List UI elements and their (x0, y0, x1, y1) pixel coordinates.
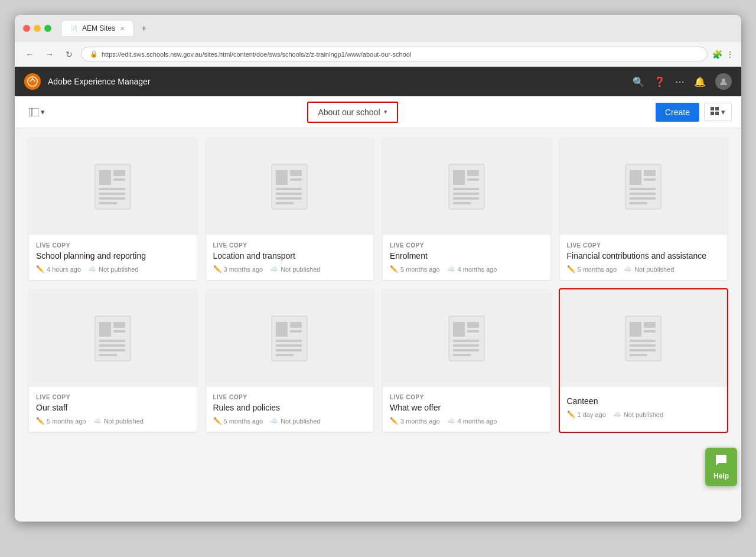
card-thumbnail (206, 289, 374, 387)
cloud-icon: ☁️ (270, 265, 278, 273)
card-badge: LIVE COPY (36, 242, 190, 249)
modified-meta: ✏️ 5 months ago (567, 265, 617, 273)
card-info: Canteen ✏️ 1 day ago ☁️ Not published (560, 387, 728, 425)
header-icons: 🔍 ❓ ⋯ 🔔 (633, 73, 732, 90)
status-badge: Not published (104, 418, 144, 425)
help-icon[interactable]: ❓ (654, 76, 666, 87)
fullscreen-button[interactable] (44, 25, 51, 32)
extensions-button[interactable]: 🧩 (712, 50, 722, 59)
status-badge: Not published (624, 411, 663, 418)
page-icon (623, 315, 664, 362)
svg-rect-39 (630, 202, 647, 204)
card-thumbnail (560, 138, 728, 235)
search-icon[interactable]: 🔍 (633, 76, 644, 87)
card-meta: ✏️ 5 months ago ☁️ Not published (36, 417, 190, 425)
status-badge: Not published (99, 266, 138, 273)
svg-rect-53 (276, 344, 302, 347)
svg-rect-35 (644, 178, 656, 181)
close-button[interactable] (23, 25, 30, 32)
svg-rect-34 (644, 170, 656, 176)
card-our-staff[interactable]: LIVE COPY Our staff ✏️ 5 months ago ☁️ N… (29, 289, 197, 432)
cloud-icon: ☁️ (613, 411, 621, 418)
back-button[interactable]: ← (22, 47, 37, 61)
svg-rect-43 (113, 330, 125, 333)
forward-button[interactable]: → (42, 47, 57, 61)
svg-rect-10 (113, 170, 125, 176)
toolbar-right: Create ▾ (656, 103, 732, 122)
browser-actions: 🧩 ⋮ (712, 50, 734, 59)
aem-logo (24, 73, 41, 90)
card-canteen[interactable]: Canteen ✏️ 1 day ago ☁️ Not published (560, 289, 728, 432)
card-rules-policies[interactable]: LIVE COPY Rules and policies ✏️ 5 months… (206, 289, 374, 432)
status-meta: ☁️ Not published (270, 417, 320, 425)
card-school-planning[interactable]: LIVE COPY School planning and reporting … (29, 138, 197, 280)
svg-rect-45 (99, 344, 125, 347)
panel-toggle-button[interactable]: ▾ (24, 104, 50, 120)
svg-rect-6 (711, 112, 714, 115)
svg-rect-46 (99, 349, 125, 351)
cloud-icon: ☁️ (447, 417, 455, 425)
modified-time: 3 months ago (224, 266, 263, 273)
svg-rect-58 (467, 322, 479, 328)
tab-title: AEM Sites (82, 24, 115, 32)
help-label: Help (713, 472, 729, 480)
modified-time: 5 months ago (224, 418, 263, 425)
create-button[interactable]: Create (656, 103, 699, 122)
breadcrumb-label: About our school (318, 108, 380, 117)
card-enrolment[interactable]: LIVE COPY Enrolment ✏️ 5 months ago ☁️ 4… (383, 138, 550, 280)
minimize-button[interactable] (34, 25, 41, 32)
card-info: LIVE COPY Enrolment ✏️ 5 months ago ☁️ 4… (383, 235, 550, 280)
card-financial-contributions[interactable]: LIVE COPY Financial contributions and as… (560, 138, 728, 280)
aem-content: LIVE COPY School planning and reporting … (15, 128, 741, 522)
svg-rect-71 (630, 354, 647, 356)
card-title: Our staff (36, 403, 190, 412)
browser-navbar: ← → ↻ 🔒 https://edit.sws.schools.nsw.gov… (15, 42, 741, 67)
card-meta: ✏️ 3 months ago ☁️ 4 months ago (390, 417, 543, 425)
apps-icon[interactable]: ⋯ (675, 76, 685, 87)
card-info: LIVE COPY Rules and policies ✏️ 5 months… (206, 387, 374, 432)
address-bar[interactable]: 🔒 https://edit.sws.schools.nsw.gov.au/si… (81, 47, 708, 61)
svg-rect-63 (453, 354, 471, 356)
svg-rect-37 (630, 193, 656, 195)
browser-tab[interactable]: 📄 AEM Sites ✕ (62, 21, 133, 36)
cloud-icon: ☁️ (93, 417, 102, 425)
cards-grid: LIVE COPY School planning and reporting … (29, 138, 727, 432)
card-info: LIVE COPY School planning and reporting … (29, 235, 197, 280)
svg-rect-31 (453, 202, 471, 204)
pencil-icon: ✏️ (36, 417, 44, 425)
page-icon (92, 163, 133, 210)
user-avatar[interactable] (715, 73, 732, 90)
aem-toolbar: ▾ About our school ▾ Create (15, 96, 741, 128)
svg-rect-19 (290, 178, 302, 181)
card-meta: ✏️ 4 hours ago ☁️ Not published (36, 265, 190, 273)
modified-time: 5 months ago (47, 418, 86, 425)
status-badge: 4 months ago (458, 418, 497, 425)
menu-button[interactable]: ⋮ (726, 50, 734, 59)
view-toggle-button[interactable]: ▾ (704, 103, 732, 121)
status-badge: 4 months ago (458, 266, 497, 273)
pencil-icon: ✏️ (213, 265, 221, 273)
help-button[interactable]: Help (705, 448, 737, 486)
svg-rect-47 (99, 354, 117, 356)
card-location-transport[interactable]: LIVE COPY Location and transport ✏️ 3 mo… (206, 138, 374, 280)
svg-rect-70 (630, 349, 656, 351)
pencil-icon: ✏️ (390, 417, 398, 425)
page-icon (446, 315, 487, 362)
card-meta: ✏️ 5 months ago ☁️ Not published (567, 265, 721, 273)
svg-rect-41 (99, 322, 111, 337)
panel-toggle-chevron: ▾ (41, 108, 45, 116)
card-meta: ✏️ 3 months ago ☁️ Not published (213, 265, 367, 273)
breadcrumb-button[interactable]: About our school ▾ (307, 102, 397, 123)
status-meta: ☁️ 4 months ago (447, 265, 497, 273)
refresh-button[interactable]: ↻ (62, 47, 76, 61)
page-icon (446, 163, 487, 210)
tab-close-button[interactable]: ✕ (120, 25, 125, 32)
card-what-we-offer[interactable]: LIVE COPY What we offer ✏️ 3 months ago … (383, 289, 550, 432)
svg-rect-2 (29, 108, 38, 116)
bell-icon[interactable]: 🔔 (694, 76, 706, 87)
new-tab-button[interactable]: + (141, 23, 146, 34)
card-title: Canteen (567, 396, 721, 406)
svg-rect-59 (467, 330, 479, 333)
status-badge: Not published (281, 418, 320, 425)
svg-rect-36 (630, 188, 656, 190)
